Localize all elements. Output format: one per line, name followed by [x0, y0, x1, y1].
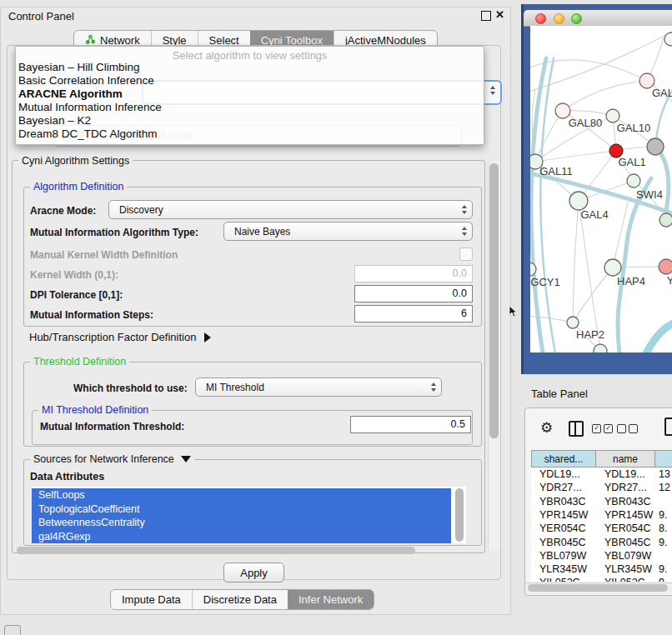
apply-button-label: Apply [240, 567, 268, 579]
checked-pair-icon[interactable]: ✓✓ [592, 424, 613, 433]
network-node-label: SWI4 [636, 188, 663, 201]
unchecked-pair-icon[interactable] [617, 424, 638, 433]
table-cell: YDL19... [539, 468, 604, 481]
which-threshold-label: Which threshold to use: [73, 382, 188, 394]
network-node-gal4[interactable] [569, 192, 588, 210]
algorithm-option-basic-correlation-inference[interactable]: Basic Correlation Inference [18, 74, 477, 88]
tab-impute-data[interactable]: Impute Data [111, 590, 192, 609]
network-canvas[interactable]: GALGAL80GAL10GAL1GAL11SWI4GAL4GCY1HAP4YH… [530, 26, 672, 352]
grid-icon[interactable] [4, 625, 21, 635]
zoom-traffic-icon[interactable] [571, 13, 582, 24]
table-cell: 12 [659, 481, 672, 494]
network-node[interactable] [647, 138, 664, 155]
network-edge[interactable] [563, 81, 647, 111]
network-edge[interactable] [535, 111, 563, 162]
table-cell: YBR045C [604, 536, 664, 549]
mi-steps-label: Mutual Information Steps: [30, 309, 153, 321]
table-body: YDL19...YDL19...13YDR27...YDR27...12YBR0… [531, 468, 672, 582]
attributes-scrollbar-thumb[interactable] [455, 488, 464, 542]
table-row[interactable]: YER054CYER054C8. [531, 522, 672, 535]
algorithm-definition-label: Algorithm Definition [30, 181, 127, 192]
mi-threshold-input[interactable]: 0.5 [350, 416, 471, 433]
network-edge[interactable] [573, 268, 613, 322]
which-threshold-combobox[interactable]: MI Threshold [195, 378, 442, 397]
float-icon[interactable] [481, 11, 491, 21]
table-row[interactable]: YLR345WYLR345W9. [531, 562, 672, 576]
attribute-item-gal4rgexp[interactable]: gal4RGexp [32, 530, 451, 544]
algorithm-option-dream8-dc-tdc-algorithm[interactable]: Dream8 DC_TDC Algorithm [18, 128, 477, 141]
data-attributes-label: Data Attributes [30, 471, 104, 482]
kernel-width-input[interactable]: 0.0 [354, 265, 473, 282]
hub-definition-expander[interactable]: Hub/Transcription Factor Definition [29, 331, 211, 343]
screenshot-root: Control Panel ✕ NetworkStyleSelectCyni T… [0, 0, 672, 635]
network-node[interactable] [659, 213, 672, 227]
algorithm-option-bayesian-hill-climbing[interactable]: Bayesian – Hill Climbing [18, 61, 477, 74]
column-header-shared[interactable]: shared... [531, 450, 596, 468]
table-cell: YER054C [539, 522, 604, 535]
network-node[interactable] [664, 32, 672, 46]
mi-type-combobox[interactable]: Naive Bayes [223, 222, 473, 241]
table-row[interactable]: YDL19...YDL19...13 [531, 468, 672, 481]
kernel-width-label: Kernel Width (0,1): [30, 269, 118, 281]
attribute-item-betweennesscentrality[interactable]: BetweennessCentrality [32, 516, 451, 530]
minimize-traffic-icon[interactable] [554, 13, 564, 24]
spinner-arrows-icon [431, 382, 441, 392]
attribute-item-selfloops[interactable]: SelfLoops [32, 488, 451, 502]
columns-icon[interactable] [569, 421, 584, 437]
gear-icon[interactable]: ⚙ [540, 419, 553, 437]
dpi-tolerance-input[interactable]: 0.0 [354, 285, 473, 302]
document-icon[interactable] [664, 418, 672, 436]
table-row[interactable]: YPR145WYPR145W9. [531, 508, 672, 522]
network-node-y[interactable] [659, 259, 672, 274]
network-edge[interactable] [646, 322, 672, 352]
column-header-name[interactable]: name [596, 450, 655, 468]
table-row[interactable]: YBR045CYBR045C9. [531, 536, 672, 549]
apply-button[interactable]: Apply [223, 562, 284, 582]
network-edge[interactable] [541, 58, 556, 352]
network-node-label: GAL10 [617, 122, 650, 134]
algorithm-option-bayesian-k2[interactable]: Bayesian – K2 [18, 114, 477, 128]
close-icon[interactable]: ✕ [495, 8, 504, 21]
tab-infer-network[interactable]: Infer Network [288, 590, 374, 609]
aracne-mode-label: Aracne Mode: [30, 205, 96, 217]
attribute-item-topologicalcoefficient[interactable]: TopologicalCoefficient [32, 502, 451, 517]
table-row[interactable]: YBL079WYBL079W [531, 549, 672, 562]
algorithm-option-aracne-algorithm[interactable]: ARACNE Algorithm [18, 88, 477, 101]
network-node-label: HAP4 [617, 275, 645, 288]
network-window-titlebar[interactable] [524, 10, 672, 27]
table-cell [659, 549, 672, 562]
network-node[interactable] [594, 344, 607, 352]
column-header-2[interactable] [655, 450, 672, 468]
network-node-hap2[interactable] [567, 317, 579, 328]
manual-kernel-checkbox[interactable] [459, 248, 473, 261]
settings-hscrollbar-thumb[interactable] [17, 547, 415, 554]
spinner-arrows-icon [462, 205, 472, 214]
network-edge[interactable] [618, 242, 627, 352]
table-row[interactable]: YIL052CYIL052C9 [531, 576, 672, 582]
aracne-mode-combobox[interactable]: Discovery [108, 200, 473, 219]
sources-group-header[interactable]: Sources for Network Inference [30, 453, 194, 465]
network-edge[interactable] [535, 151, 616, 162]
table-cell: YIL052C [539, 576, 604, 582]
mi-steps-input[interactable]: 6 [354, 305, 473, 322]
tab-discretize-data[interactable]: Discretize Data [192, 590, 288, 609]
close-traffic-icon[interactable] [535, 13, 546, 24]
table-row[interactable]: YDR27...YDR27...12 [531, 481, 672, 494]
network-node-label: GAL4 [580, 208, 608, 221]
table-hscrollbar-thumb[interactable] [528, 584, 668, 592]
table-cell: YER054C [604, 522, 664, 535]
bottom-tabbar: Impute DataDiscretize DataInfer Network [110, 589, 374, 610]
table-cell: YBL079W [604, 549, 664, 562]
table-cell: YDR27... [604, 481, 664, 494]
network-node-gal10[interactable] [606, 109, 619, 122]
manual-kernel-label: Manual Kernel Width Definition [30, 249, 178, 261]
network-node-label: HAP2 [576, 328, 604, 341]
algorithm-option-mutual-information-inference[interactable]: Mutual Information Inference [18, 101, 477, 114]
table-cell [659, 495, 672, 508]
network-edge[interactable] [573, 201, 579, 322]
settings-scrollbar-thumb[interactable] [489, 163, 499, 438]
network-node-swi4[interactable] [627, 174, 640, 188]
table-row[interactable]: YBR043CYBR043C [531, 495, 672, 508]
table-cell: YIL052C [604, 576, 664, 582]
network-node-hap4[interactable] [604, 259, 621, 276]
